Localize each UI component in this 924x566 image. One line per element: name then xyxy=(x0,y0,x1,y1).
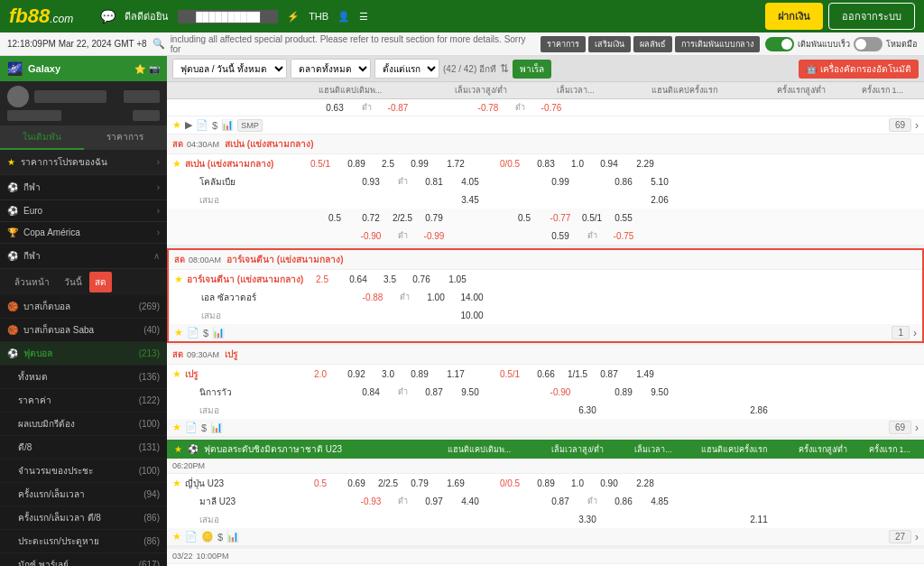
sidebar-sport-item-price[interactable]: ราคาค่า (122) xyxy=(0,389,167,413)
sidebar-menu-item-favorites[interactable]: ★ ราคาการโปรดของฉัน › xyxy=(0,150,167,175)
match3-next-page-icon[interactable]: › xyxy=(915,422,919,434)
match3-hdp2-odds[interactable]: 0.66 xyxy=(528,369,564,379)
tab-results[interactable]: ผลลัพธ์ xyxy=(633,36,672,52)
match1-ou2-low[interactable]: 2.29 xyxy=(627,159,663,169)
match3-ou2-away-val[interactable]: 9.50 xyxy=(642,387,678,397)
match2-ou-low[interactable]: 1.05 xyxy=(439,274,476,284)
match1-ou-low[interactable]: 1.72 xyxy=(438,159,474,169)
match1-ou2-away-odds[interactable]: 0.86 xyxy=(605,177,642,187)
match1-r5-neg2[interactable]: -0.99 xyxy=(416,231,452,241)
match1-r5-neg1[interactable]: -0.90 xyxy=(353,231,389,241)
match3-ou-low[interactable]: 1.17 xyxy=(438,369,474,379)
auto-filter-button[interactable]: 🤖 เครื่องคัดกรองอัตโนมัติ xyxy=(799,60,919,79)
match4-star-tool[interactable]: ★ xyxy=(172,531,181,543)
match4-ou2-high[interactable]: 0.90 xyxy=(591,478,627,488)
sidebar-sport-item-display[interactable]: ผลเบบมิกรีด้อง (100) xyxy=(0,413,167,436)
sidebar-menu-item-euro[interactable]: ⚽ Euro › xyxy=(0,200,167,222)
match1-ou-high[interactable]: 0.99 xyxy=(402,159,438,169)
sidebar-menu-item-sports2[interactable]: ⚽ กีฬา ∧ xyxy=(0,244,167,269)
match4-doc-tool[interactable]: 📄 xyxy=(185,531,198,543)
match1-star[interactable]: ★ xyxy=(172,158,181,170)
sidebar-menu-item-copa[interactable]: 🏆 Copa América › xyxy=(0,222,167,244)
sidebar-sport-item-first-half2[interactable]: ครั้งแรก/เล็มเวลา ดี/8 (86) xyxy=(0,506,167,530)
match3-dollar-tool[interactable]: $ xyxy=(201,422,207,433)
match3-odds1[interactable]: 0.92 xyxy=(338,369,374,379)
match1-ou2-high[interactable]: 0.94 xyxy=(591,159,627,169)
match3-ou2-away[interactable]: 9.50 xyxy=(452,387,488,397)
match4-hdp2-odds2[interactable]: 0.87 xyxy=(542,496,578,506)
sidebar-menu-item-sports[interactable]: ⚽ กีฬา › xyxy=(0,175,167,200)
match2-chart-tool[interactable]: 📊 xyxy=(212,327,225,339)
sidebar-sport-item-first-half[interactable]: ครั้งแรก/เล็มเวลา (94) xyxy=(0,483,167,506)
match2-ou-away[interactable]: 1.00 xyxy=(418,292,454,302)
match1-r4-ou-odds[interactable]: 0.79 xyxy=(416,213,452,223)
match1-r5-neg3[interactable]: -0.75 xyxy=(605,231,642,241)
next-page-icon[interactable]: › xyxy=(915,119,919,132)
match4-ou2-low[interactable]: 2.28 xyxy=(627,478,663,488)
play-tool-icon[interactable]: ▶ xyxy=(185,119,192,131)
match1-r4-ou2-odds[interactable]: 0.55 xyxy=(605,213,642,223)
match3-ou2-high[interactable]: 0.87 xyxy=(591,369,627,379)
match4-ou2-val2[interactable]: 4.85 xyxy=(642,496,678,506)
match2-star-tool[interactable]: ★ xyxy=(174,327,183,339)
sidebar-sport-item-basketball[interactable]: 🏀 บาสเก็ตบอล (269) xyxy=(0,295,167,319)
match3-odds2[interactable]: 0.84 xyxy=(353,387,389,397)
match2-next-page-icon[interactable]: › xyxy=(913,327,917,339)
tab-rates-sidebar[interactable]: ราคาการ xyxy=(84,125,168,150)
match4-coin-tool[interactable]: 🪙 xyxy=(201,531,214,543)
match4-star[interactable]: ★ xyxy=(172,478,181,489)
match3-ou-high[interactable]: 0.89 xyxy=(402,369,438,379)
match1-ou-away[interactable]: 0.81 xyxy=(416,177,452,187)
match4-odds2[interactable]: -0.93 xyxy=(353,496,389,506)
match4-ou-high[interactable]: 0.79 xyxy=(402,478,438,488)
league-filter-select[interactable]: ฟุตบอล / วันนี้ ทั้งหมด xyxy=(172,59,287,79)
market-filter-select[interactable]: ตลาดทั้งหมด xyxy=(291,59,371,79)
chart-tool-icon[interactable]: 📊 xyxy=(221,119,234,131)
match1-ou2-away-val[interactable]: 5.10 xyxy=(642,177,678,187)
deposit-button[interactable]: ฝากเงิน xyxy=(765,3,823,30)
match4-ou-away[interactable]: 0.97 xyxy=(416,496,452,506)
match1-odds2[interactable]: 0.93 xyxy=(353,177,389,187)
doc-tool-icon[interactable]: 📄 xyxy=(196,119,208,131)
tab-today[interactable]: วันนี้ xyxy=(57,272,89,292)
match3-star[interactable]: ★ xyxy=(172,368,181,380)
sidebar-sport-item-basketball-saba[interactable]: 🏀 บาสเก็ตบอล Saba (40) xyxy=(0,319,167,342)
sidebar-sport-item-oe[interactable]: ดี/8 (131) xyxy=(0,436,167,459)
tab-all[interactable]: ล้วนหน้า xyxy=(7,272,57,292)
match2-ou2-away[interactable]: 14.00 xyxy=(454,292,490,302)
parlay-filter-button[interactable]: พาเร็ล xyxy=(513,60,551,79)
match4-chart-tool[interactable]: 📊 xyxy=(226,531,239,543)
match4-ou-low[interactable]: 1.69 xyxy=(438,478,474,488)
logout-button[interactable]: ออกจากระบบ xyxy=(828,3,915,30)
match4-dollar-tool[interactable]: $ xyxy=(217,532,223,543)
match2-dollar-tool[interactable]: $ xyxy=(203,328,208,339)
match4-hdp2-odds[interactable]: 0.89 xyxy=(528,478,564,488)
match1-hdp2-odds2[interactable]: 0.99 xyxy=(542,177,578,187)
tab-live-bets[interactable]: ในเดิมพัน xyxy=(0,125,84,150)
sidebar-sport-item-count[interactable]: จำนวรมของประชะ (100) xyxy=(0,459,167,483)
match2-neg[interactable]: -0.88 xyxy=(355,292,391,302)
match1-r4-odds1[interactable]: 0.72 xyxy=(353,213,389,223)
match4-next-page-icon[interactable]: › xyxy=(915,531,919,543)
star-tool-icon[interactable]: ★ xyxy=(172,119,181,131)
sidebar-sport-item-parlay[interactable]: มักซ์ พาร์เลย์ (617) xyxy=(0,553,167,566)
match2-doc-tool[interactable]: 📄 xyxy=(187,327,199,339)
match4-odds1[interactable]: 0.69 xyxy=(338,478,374,488)
match3-ou-away[interactable]: 0.87 xyxy=(416,387,452,397)
tab-rates[interactable]: ราคาการ xyxy=(541,36,586,52)
sort-filter-select[interactable]: ตั้งแต่แรก xyxy=(374,59,439,79)
dollar-tool-icon[interactable]: $ xyxy=(212,120,217,131)
match2-odds1[interactable]: 0.64 xyxy=(340,274,376,284)
tab-live[interactable]: สด xyxy=(89,272,112,292)
match1-ou2-away[interactable]: 4.05 xyxy=(452,177,488,187)
match1-hdp2-odds[interactable]: 0.83 xyxy=(528,159,564,169)
match4-ou2-odds2[interactable]: 0.86 xyxy=(605,496,642,506)
match1-r4-hdp2-odds[interactable]: -0.77 xyxy=(542,213,578,223)
match1-odds1[interactable]: 0.89 xyxy=(338,158,374,170)
match4-ou2-away[interactable]: 4.40 xyxy=(452,496,488,506)
tab-parlay[interactable]: การเดิมพันแบบกลาง xyxy=(675,36,760,52)
match2-star[interactable]: ★ xyxy=(174,274,183,285)
sidebar-sport-item-football[interactable]: ⚽ ฟุตบอล (213) xyxy=(0,342,167,366)
match3-star-tool[interactable]: ★ xyxy=(172,422,181,433)
match2-ou-high[interactable]: 0.76 xyxy=(403,274,439,284)
